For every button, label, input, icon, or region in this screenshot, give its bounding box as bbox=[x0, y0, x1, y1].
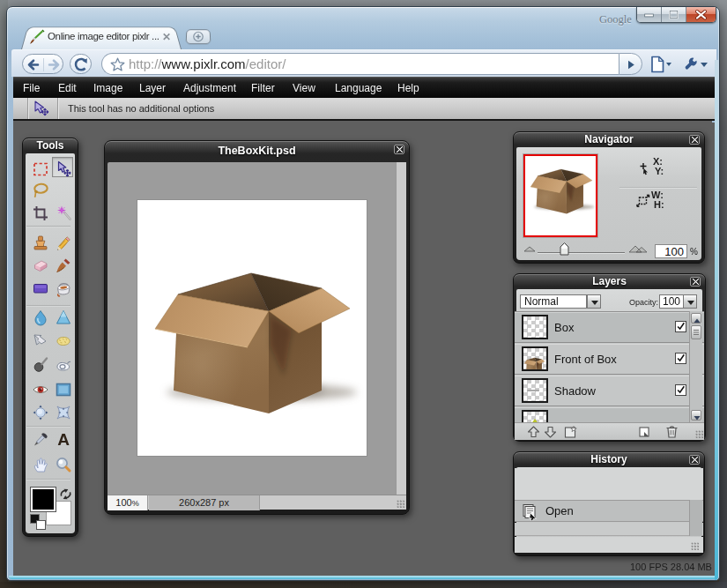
svg-text:A: A bbox=[57, 430, 70, 448]
